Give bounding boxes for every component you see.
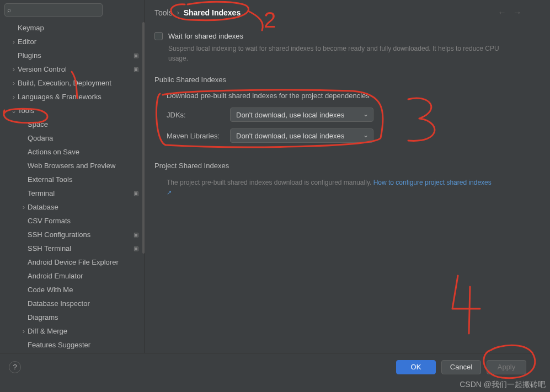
tree-arrow-icon[interactable] xyxy=(10,37,18,46)
dialog-footer: ? OK Cancel Apply xyxy=(0,353,535,380)
sidebar-item-external-tools[interactable]: External Tools xyxy=(0,173,144,186)
tree-label: Version Control xyxy=(18,65,132,73)
tree-label: Code With Me xyxy=(28,286,140,294)
tree-label: Android Device File Explorer xyxy=(28,258,140,266)
tree-label: Build, Execution, Deployment xyxy=(18,79,140,87)
sidebar-item-ssh-configurations[interactable]: SSH Configurations xyxy=(0,228,144,241)
sidebar-item-tools[interactable]: Tools xyxy=(0,104,144,117)
watermark: CSDN @我们一起搬砖吧 xyxy=(460,380,546,390)
help-button[interactable]: ? xyxy=(9,361,21,373)
sidebar-item-editor[interactable]: Editor xyxy=(0,35,144,49)
public-indexes-desc: Download pre-built shared indexes for th… xyxy=(167,92,522,100)
sidebar-item-android-emulator[interactable]: Android Emulator xyxy=(0,269,144,283)
sidebar-item-keymap[interactable]: Keymap xyxy=(0,21,144,35)
tree-label: Qodana xyxy=(28,134,140,142)
sidebar-item-space[interactable]: Space xyxy=(0,117,144,131)
ok-button[interactable]: OK xyxy=(396,360,436,374)
project-scope-icon xyxy=(132,231,140,239)
tree-label: Diagrams xyxy=(28,313,140,321)
sidebar-item-ssh-terminal[interactable]: SSH Terminal xyxy=(0,241,144,255)
sidebar-item-database[interactable]: Database xyxy=(0,200,144,214)
project-indexes-title: Project Shared Indexes xyxy=(154,162,522,170)
tree-arrow-icon[interactable] xyxy=(10,93,18,101)
tree-label: Database Inspector xyxy=(28,299,140,308)
sidebar-item-qodana[interactable]: Qodana xyxy=(0,131,144,145)
tree-label: SSH Configurations xyxy=(28,230,132,239)
settings-tree[interactable]: KeymapEditorPluginsVersion ControlBuild,… xyxy=(0,20,144,353)
tree-label: SSH Terminal xyxy=(28,244,132,253)
wait-checkbox[interactable] xyxy=(154,32,163,40)
tree-label: Terminal xyxy=(28,189,132,197)
tree-label: Database xyxy=(28,203,140,211)
sidebar-item-languages-frameworks[interactable]: Languages & Frameworks xyxy=(0,90,144,104)
project-indexes-desc: The project pre-built shared indexes dow… xyxy=(167,178,498,197)
sidebar-item-csv-formats[interactable]: CSV Formats xyxy=(0,214,144,228)
tree-label: Web Browsers and Preview xyxy=(28,162,140,170)
maven-select[interactable]: Don't download, use local indexes xyxy=(230,128,373,143)
tree-label: Keymap xyxy=(18,24,140,32)
sidebar-item-code-with-me[interactable]: Code With Me xyxy=(0,283,144,297)
public-indexes-title: Public Shared Indexes xyxy=(154,76,522,84)
project-scope-icon xyxy=(132,190,140,197)
tree-label: Languages & Frameworks xyxy=(18,93,140,101)
project-scope-icon xyxy=(132,245,140,253)
tree-arrow-icon[interactable] xyxy=(10,107,18,115)
sidebar-item-android-device-file-explorer[interactable]: Android Device File Explorer xyxy=(0,255,144,269)
sidebar-item-version-control[interactable]: Version Control xyxy=(0,62,144,76)
jdks-select[interactable]: Don't download, use local indexes xyxy=(230,108,373,122)
tree-label: Editor xyxy=(18,37,140,46)
apply-button[interactable]: Apply xyxy=(487,360,526,374)
sidebar-item-terminal[interactable]: Terminal xyxy=(0,186,144,200)
tree-label: Actions on Save xyxy=(28,148,140,156)
tree-arrow-icon[interactable] xyxy=(20,327,28,335)
sidebar-item-database-inspector[interactable]: Database Inspector xyxy=(0,297,144,310)
settings-sidebar: ⌕ KeymapEditorPluginsVersion ControlBuil… xyxy=(0,0,145,353)
sidebar-item-diff-merge[interactable]: Diff & Merge xyxy=(0,324,144,338)
chevron-right-icon: › xyxy=(177,9,179,17)
sidebar-item-features-suggester[interactable]: Features Suggester xyxy=(0,338,144,352)
wait-checkbox-label[interactable]: Wait for shared indexes xyxy=(168,32,243,40)
tree-label: Space xyxy=(28,120,140,128)
tree-arrow-icon[interactable] xyxy=(10,65,18,73)
tree-arrow-icon[interactable] xyxy=(10,79,18,87)
jdks-label: JDKs: xyxy=(167,111,225,119)
tree-label: Android Emulator xyxy=(28,272,140,280)
breadcrumb-current: Shared Indexes xyxy=(184,8,241,17)
settings-content: Tools › Shared Indexes ← → Wait for shar… xyxy=(145,0,535,353)
sidebar-scrollbar[interactable] xyxy=(142,22,145,347)
search-input[interactable] xyxy=(4,3,103,17)
tree-label: Diff & Merge xyxy=(28,327,140,335)
nav-forward-icon[interactable]: → xyxy=(513,8,522,18)
cancel-button[interactable]: Cancel xyxy=(441,360,481,374)
tree-label: Features Suggester xyxy=(28,341,140,349)
tree-label: Plugins xyxy=(18,51,132,60)
project-scope-icon xyxy=(132,66,140,73)
tree-arrow-icon[interactable] xyxy=(20,203,28,211)
sidebar-item-build-execution-deployment[interactable]: Build, Execution, Deployment xyxy=(0,76,144,90)
tree-label: Tools xyxy=(18,106,140,115)
wait-help-text: Suspend local indexing to wait for share… xyxy=(168,44,499,63)
sidebar-item-diagrams[interactable]: Diagrams xyxy=(0,310,144,324)
tree-label: CSV Formats xyxy=(28,217,140,225)
project-scope-icon xyxy=(132,52,140,60)
tree-label: External Tools xyxy=(28,175,140,184)
sidebar-item-web-browsers-and-preview[interactable]: Web Browsers and Preview xyxy=(0,159,144,173)
nav-back-icon[interactable]: ← xyxy=(498,8,506,18)
sidebar-item-actions-on-save[interactable]: Actions on Save xyxy=(0,145,144,159)
maven-label: Maven Libraries: xyxy=(167,132,225,140)
breadcrumb-parent[interactable]: Tools xyxy=(154,8,173,17)
breadcrumb: Tools › Shared Indexes ← → xyxy=(154,6,522,20)
sidebar-item-plugins[interactable]: Plugins xyxy=(0,49,144,62)
